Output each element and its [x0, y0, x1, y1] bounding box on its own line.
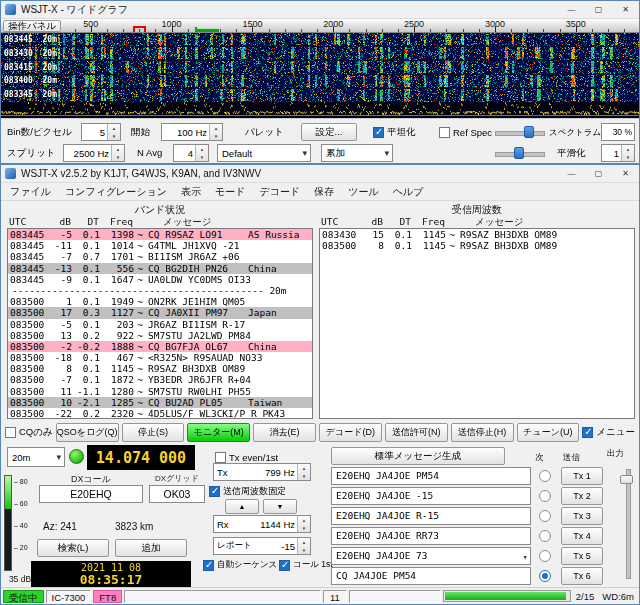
- decode-row[interactable]: 083445-70.71701~BI1ISM JR6AZ +06: [8, 251, 312, 262]
- menu-checkbox[interactable]: メニュー: [582, 424, 635, 440]
- spin-up-icon[interactable]: [112, 145, 124, 153]
- tx-now-button[interactable]: Tx 1: [561, 467, 603, 485]
- spin-up-icon[interactable]: [196, 145, 208, 153]
- menu-item[interactable]: ヘルプ: [386, 183, 431, 201]
- spin-down-icon[interactable]: [298, 546, 310, 554]
- tx-message-field[interactable]: E20EHQ JA4JOE 73▾: [331, 547, 531, 565]
- tx-now-button[interactable]: Tx 3: [561, 507, 603, 525]
- navg-spinbox[interactable]: 4: [173, 144, 209, 162]
- menu-item[interactable]: 保存: [307, 183, 341, 201]
- decode-row[interactable]: 083500-70.11872~YB3EDR JR6JFR R+04: [8, 374, 312, 385]
- rx-frequency-list[interactable]: 083430150.11145~R9SAZ BH3DXB OM890835008…: [319, 228, 635, 419]
- spin-up-icon[interactable]: [298, 538, 310, 546]
- lookup-button[interactable]: 検索(L): [37, 539, 109, 557]
- decode-row[interactable]: 083500130.2922~SM7STU JA2LWD PM84: [8, 330, 312, 341]
- call-first-checkbox[interactable]: コール 1st: [279, 557, 333, 573]
- start-spinbox[interactable]: 100 Hz: [161, 123, 223, 141]
- tx-next-radio[interactable]: [539, 550, 551, 562]
- decode-row[interactable]: 08350080.11145~R9SAZ BH3DXB OM89: [320, 240, 634, 251]
- decode-row[interactable]: 083500-50.1203~JR6AZ BI1ISM R-17: [8, 319, 312, 330]
- decode-row[interactable]: 08350010-2.11285~CQ BU2AD PL05Taiwan: [8, 397, 312, 408]
- spin-up-icon[interactable]: [298, 516, 310, 524]
- generate-messages-button[interactable]: 標準メッセージ生成: [331, 447, 505, 465]
- stop-button[interactable]: 停止(S): [122, 423, 185, 442]
- tx-next-radio[interactable]: [539, 470, 551, 482]
- band-select[interactable]: 20m: [7, 447, 65, 467]
- spectrum-spinbox[interactable]: 30 %: [601, 123, 635, 141]
- dx-call-field[interactable]: E20EHQ: [39, 485, 143, 503]
- decode-row[interactable]: 083445-90.11647~UA0LDW YC0DMS OI33: [8, 274, 312, 285]
- spin-down-icon[interactable]: [298, 524, 310, 532]
- spin-down-icon[interactable]: [196, 153, 208, 161]
- spin-down-icon[interactable]: [298, 472, 310, 480]
- tx-now-button[interactable]: Tx 4: [561, 527, 603, 545]
- spin-up-icon[interactable]: [622, 145, 634, 153]
- slider-thumb[interactable]: [514, 147, 524, 159]
- spinner-arrows-icon[interactable]: [107, 124, 120, 140]
- flatten-checkbox[interactable]: 平坦化: [373, 124, 416, 140]
- spin-down-icon[interactable]: [108, 132, 120, 140]
- tx-message-field[interactable]: CQ JA4JOE PM54: [331, 567, 531, 585]
- tx-message-field[interactable]: E20EHQ JA4JOE RR73: [331, 527, 531, 545]
- dx-grid-field[interactable]: OK03: [149, 485, 205, 503]
- tune-button[interactable]: チューン(U): [517, 423, 580, 442]
- decode-row[interactable]: 083500-2-0.21888~CQ BG7FJA OL67China: [8, 341, 312, 352]
- menu-item[interactable]: デコード: [253, 183, 308, 201]
- decode-row[interactable]: 083500-220.22320~4D5LUS/F WL3CKI/P R PK4…: [8, 408, 312, 419]
- minimize-icon[interactable]: —: [558, 1, 585, 18]
- decode-row[interactable]: 08350010.11949~ON2RK JE1HIM QM05: [8, 296, 312, 307]
- cq-only-checkbox[interactable]: CQのみ: [5, 424, 53, 440]
- tx-next-radio[interactable]: [539, 510, 551, 522]
- widegraph-titlebar[interactable]: WSJT-X - ワイドグラフ — ▢ ✕: [1, 1, 639, 19]
- average-mode-select[interactable]: 累加: [321, 144, 393, 162]
- tx-now-button[interactable]: Tx 5: [561, 547, 603, 565]
- palette-select[interactable]: Default: [217, 144, 311, 162]
- halt-tx-button[interactable]: 送信停止(H): [451, 423, 514, 442]
- minimize-icon[interactable]: —: [558, 165, 585, 182]
- spin-up-icon[interactable]: [210, 124, 222, 132]
- monitor-button[interactable]: モニター(M): [187, 423, 250, 442]
- tx-freq-spinbox[interactable]: Tx 799 Hz: [213, 463, 311, 481]
- tx-next-radio[interactable]: [539, 570, 551, 582]
- decode-row[interactable]: 083430150.11145~R9SAZ BH3DXB OM89: [320, 229, 634, 240]
- waterfall-gain-slider[interactable]: [495, 123, 545, 141]
- tx-now-button[interactable]: Tx 2: [561, 487, 603, 505]
- adjust-button[interactable]: 設定...: [301, 123, 357, 141]
- slider-thumb[interactable]: [620, 475, 633, 484]
- decode-row[interactable]: 083500170.31127~CQ JA0XII PM97Japan: [8, 307, 312, 318]
- controls-panel-button[interactable]: 操作パネル: [3, 20, 61, 32]
- bins-spinbox[interactable]: 5: [81, 123, 121, 141]
- menu-item[interactable]: コンフィグレーション: [58, 183, 174, 201]
- waterfall-canvas[interactable]: [1, 33, 639, 102]
- menu-item[interactable]: ツール: [341, 183, 385, 201]
- erase-button[interactable]: 消去(E): [253, 423, 316, 442]
- smooth-spinbox[interactable]: 1: [601, 144, 635, 162]
- tx-message-field[interactable]: E20EHQ JA4JOE R-15: [331, 507, 531, 525]
- log-qso-button[interactable]: QSOをログ(Q): [56, 423, 119, 442]
- auto-seq-checkbox[interactable]: 自動シーケンス: [203, 557, 277, 573]
- slider-thumb[interactable]: [524, 126, 534, 138]
- spinner-arrows-icon[interactable]: [621, 145, 634, 161]
- spinner-arrows-icon[interactable]: [209, 124, 222, 140]
- decode-row[interactable]: 083445-130.1556~CQ BG2DIH PN26China: [8, 263, 312, 274]
- spin-up-icon[interactable]: [298, 464, 310, 472]
- add-button[interactable]: 追加: [115, 539, 187, 557]
- main-titlebar[interactable]: WSJT-X v2.5.2 by K1JT, G4WJS, K9AN, and …: [1, 165, 639, 183]
- menu-item[interactable]: ファイル: [3, 183, 58, 201]
- tx-freq-up-button[interactable]: ▲: [225, 499, 259, 514]
- enable-tx-button[interactable]: 送信許可(N): [385, 423, 448, 442]
- close-icon[interactable]: ✕: [612, 165, 639, 182]
- spin-down-icon[interactable]: [210, 132, 222, 140]
- rx-freq-spinbox[interactable]: Rx 1144 Hz: [213, 515, 311, 533]
- hold-tx-freq-checkbox[interactable]: 送信周波数固定: [209, 483, 286, 499]
- maximize-icon[interactable]: ▢: [585, 1, 612, 18]
- spinner-arrows-icon[interactable]: [195, 145, 208, 161]
- output-power-slider[interactable]: [619, 469, 635, 579]
- spin-down-icon[interactable]: [622, 153, 634, 161]
- split-spinbox[interactable]: 2500 Hz: [63, 144, 125, 162]
- ref-spec-checkbox[interactable]: Ref Spec: [439, 124, 492, 140]
- close-icon[interactable]: ✕: [612, 1, 639, 18]
- decode-row[interactable]: 08350011-1.11280~SM7STU RW0LHI PH55: [8, 386, 312, 397]
- decode-row[interactable]: 083445-110.11014~G4TML JH1XVQ -21: [8, 240, 312, 251]
- spin-down-icon[interactable]: [112, 153, 124, 161]
